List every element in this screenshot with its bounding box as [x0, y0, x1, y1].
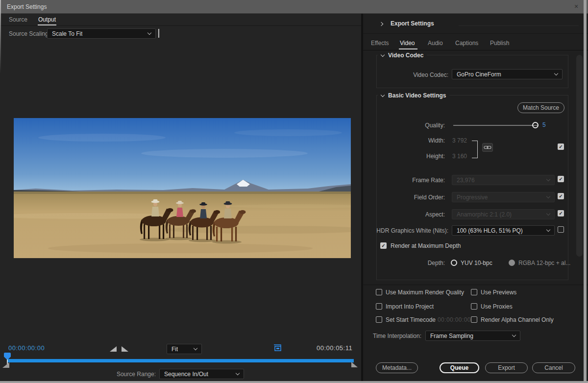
height-value: 3 160: [452, 153, 467, 160]
chevron-down-icon: [554, 72, 558, 75]
header-rule: [459, 25, 579, 26]
source-scaling-select[interactable]: Scale To Fit: [47, 28, 156, 39]
queue-button[interactable]: Queue: [440, 362, 479, 373]
export-button[interactable]: Export: [485, 362, 528, 373]
cancel-button[interactable]: Cancel: [532, 362, 575, 373]
chevron-down-icon: [546, 212, 550, 215]
video-codec-label: Video Codec:: [375, 72, 448, 78]
current-timecode[interactable]: 00:00:00:00: [8, 344, 45, 352]
tab-output[interactable]: Output: [38, 16, 56, 23]
max-render-quality-checkbox[interactable]: [376, 289, 382, 295]
depth-yuv-radio[interactable]: [451, 260, 457, 266]
chevron-down-icon: [546, 194, 550, 198]
basic-video-settings-header[interactable]: Basic Video Settings: [378, 92, 449, 99]
text-caret: [158, 29, 159, 38]
height-label: Height:: [371, 153, 445, 160]
source-scaling-label: Source Scaling:: [9, 30, 50, 37]
render-max-depth-label: Render at Maximum Depth: [391, 242, 461, 249]
aspect-checkbox[interactable]: ✓: [558, 210, 564, 216]
aspect-select: Anamorphic 2:1 (2.0): [452, 209, 555, 219]
import-into-project-label: Import Into Project: [386, 303, 434, 310]
export-settings-dialog: Export Settings × Source Output Source S…: [0, 0, 588, 383]
video-preview[interactable]: [14, 118, 351, 258]
set-start-timecode-checkbox[interactable]: [376, 316, 382, 323]
quality-label: Quality:: [371, 122, 445, 129]
window-bottom-edge: [0, 381, 588, 383]
tab-output-underline: [38, 24, 56, 25]
depth-yuv-label[interactable]: YUV 10-bpc: [461, 260, 492, 266]
match-source-button[interactable]: Match Source: [517, 102, 564, 113]
duration-timecode: 00:00:05:11: [317, 344, 352, 352]
tab-effects[interactable]: Effects: [371, 40, 389, 47]
chevron-down-icon: [512, 333, 516, 337]
width-label: Width:: [371, 137, 445, 144]
chevron-down-icon: [194, 346, 197, 350]
tabbar-divider: [0, 25, 361, 26]
render-alpha-checkbox[interactable]: [471, 316, 477, 323]
tab-video-underline: [399, 48, 417, 49]
width-value: 3 792: [452, 137, 467, 144]
depth-rgba-label[interactable]: RGBA 12-bpc + al...: [518, 260, 570, 266]
use-previews-checkbox[interactable]: [471, 289, 477, 295]
chevron-down-icon: [381, 93, 385, 97]
tab-source[interactable]: Source: [9, 16, 27, 23]
video-codec-section-header[interactable]: Video Codec: [378, 52, 427, 59]
chevron-down-icon: [381, 53, 385, 57]
zoom-level-select[interactable]: Fit: [167, 344, 202, 354]
title-bar: Export Settings ×: [0, 0, 588, 14]
scrollbar-thumb[interactable]: [576, 55, 583, 257]
quality-value[interactable]: 5: [542, 121, 546, 128]
aspect-label: Aspect:: [371, 211, 445, 218]
window-scrollbar-track[interactable]: [584, 0, 587, 383]
link-dimensions-button[interactable]: [482, 143, 493, 152]
start-timecode-value: 00:00:00:00: [438, 316, 471, 323]
tab-captions[interactable]: Captions: [455, 40, 478, 47]
hdr-white-checkbox[interactable]: [558, 226, 564, 233]
preview-panel: Source Output Source Scaling: Scale To F…: [0, 14, 361, 383]
chevron-down-icon: [546, 228, 550, 232]
import-into-project-checkbox[interactable]: [376, 303, 382, 310]
use-proxies-label: Use Proxies: [481, 303, 513, 310]
use-proxies-checkbox[interactable]: [471, 303, 477, 310]
depth-rgba-radio[interactable]: [509, 260, 515, 266]
tab-audio[interactable]: Audio: [428, 40, 443, 47]
quality-slider[interactable]: [453, 125, 538, 126]
time-interpolation-label: Time Interpolation:: [363, 333, 421, 339]
dimensions-checkbox[interactable]: ✓: [558, 144, 564, 150]
set-out-point-icon[interactable]: [122, 346, 128, 352]
frame-rate-select: 23,976: [452, 175, 555, 185]
render-max-depth-checkbox[interactable]: ✓: [380, 242, 387, 249]
panel-divider[interactable]: [361, 14, 363, 383]
source-range-select[interactable]: Sequence In/Out: [159, 369, 244, 379]
timeline-scrubber[interactable]: [7, 359, 354, 362]
video-codec-select[interactable]: GoPro CineForm: [452, 69, 563, 79]
field-order-label: Field Order:: [371, 194, 445, 201]
panel-header: Export Settings: [391, 20, 434, 27]
tab-publish[interactable]: Publish: [490, 40, 509, 47]
field-order-checkbox[interactable]: ✓: [558, 193, 564, 199]
out-point-handle[interactable]: [351, 362, 358, 367]
time-interpolation-select[interactable]: Frame Sampling: [425, 331, 520, 341]
close-icon[interactable]: ×: [574, 2, 578, 10]
tab-video[interactable]: Video: [400, 40, 415, 47]
chevron-down-icon: [147, 31, 151, 35]
hdr-white-select[interactable]: 100 (63% HLG, 51% PQ): [452, 225, 555, 236]
chevron-down-icon: [236, 371, 240, 375]
window-left-edge: [0, 0, 1, 73]
set-start-timecode-label: Set Start Timecode: [386, 316, 436, 323]
set-in-point-icon[interactable]: [110, 346, 117, 352]
dialog-title: Export Settings: [7, 3, 47, 10]
chevron-right-icon[interactable]: [379, 22, 383, 26]
settings-panel: Export Settings Effects Video Audio Capt…: [363, 14, 588, 383]
export-frame-icon[interactable]: [273, 343, 283, 353]
render-alpha-label: Render Alpha Channel Only: [481, 316, 554, 323]
source-range-label: Source Range:: [98, 371, 156, 378]
use-previews-label: Use Previews: [481, 289, 516, 296]
metadata-button[interactable]: Metadata...: [376, 362, 418, 373]
frame-rate-checkbox[interactable]: ✓: [558, 176, 564, 182]
preview-scene: [14, 118, 351, 258]
quality-slider-handle[interactable]: [532, 122, 539, 128]
in-point-handle[interactable]: [2, 362, 9, 368]
max-render-quality-label: Use Maximum Render Quality: [386, 289, 464, 296]
chain-link-icon: [484, 145, 491, 150]
